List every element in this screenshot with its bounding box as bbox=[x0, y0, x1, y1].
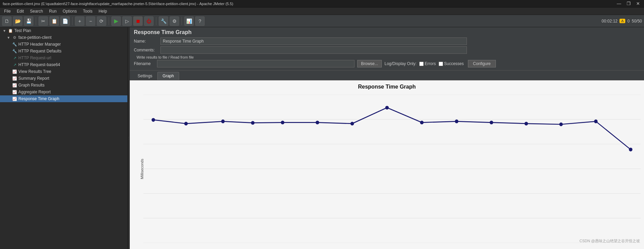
sidebar-item-6[interactable]: 📈View Results Tree bbox=[0, 68, 127, 75]
thread-count: 50/50 bbox=[632, 19, 642, 24]
sidebar: ▼📋Test Plan▼⚙face-petition-client🔧HTTP H… bbox=[0, 27, 128, 249]
successes-checkbox[interactable] bbox=[439, 62, 443, 66]
sidebar-item-8[interactable]: 📈Graph Results bbox=[0, 82, 127, 89]
copy-button[interactable]: 📋 bbox=[49, 16, 59, 26]
sep1 bbox=[36, 17, 36, 25]
name-input[interactable] bbox=[160, 37, 467, 45]
menubar: FileEditSearchRunOptionsToolsHelp bbox=[0, 7, 644, 15]
content-panel: Response Time Graph Name: Comments: Writ… bbox=[130, 27, 644, 249]
tabs: Settings Graph bbox=[130, 71, 644, 80]
remove-button[interactable]: − bbox=[86, 16, 95, 26]
comments-input[interactable] bbox=[160, 46, 467, 54]
svg-point-13 bbox=[152, 118, 155, 122]
minimize-button[interactable]: — bbox=[615, 1, 623, 6]
sidebar-label-10: Response Time Graph bbox=[18, 96, 59, 101]
sidebar-item-7[interactable]: 📈Summary Report bbox=[0, 75, 127, 82]
chart-area: Response Time Graph Milliseconds 6,400 bbox=[130, 80, 644, 249]
chart-icon-7: 📈 bbox=[12, 76, 17, 81]
svg-point-20 bbox=[385, 106, 389, 110]
menu-item-file[interactable]: File bbox=[1, 8, 13, 14]
sidebar-label-4: HTTP Request-url bbox=[18, 56, 51, 60]
warning-icon: ⚠ bbox=[619, 19, 625, 23]
help-button[interactable]: ? bbox=[195, 16, 205, 26]
browse-button[interactable]: Browse... bbox=[357, 60, 382, 67]
svg-point-23 bbox=[490, 121, 493, 124]
stop-button[interactable]: ⏹ bbox=[133, 16, 143, 26]
report-button[interactable]: 📊 bbox=[184, 16, 194, 26]
menu-item-edit[interactable]: Edit bbox=[14, 8, 27, 14]
log-display-label: Log/Display Only: bbox=[384, 61, 417, 66]
panel-title: Response Time Graph bbox=[134, 29, 640, 35]
sidebar-item-10[interactable]: 📈Response Time Graph bbox=[0, 95, 127, 102]
menu-item-tools[interactable]: Tools bbox=[80, 8, 95, 14]
remote-button[interactable]: 🔧 bbox=[159, 16, 168, 26]
save-button[interactable]: 💾 bbox=[24, 16, 33, 26]
sidebar-label-2: HTTP Header Manager bbox=[18, 42, 61, 47]
chart-icon-9: 📈 bbox=[12, 90, 17, 94]
wrench-icon-3: 🔧 bbox=[12, 49, 17, 53]
start-button[interactable]: ▶ bbox=[111, 16, 121, 26]
name-label: Name: bbox=[134, 39, 158, 44]
config-button[interactable]: ⚙ bbox=[170, 16, 179, 26]
tab-settings[interactable]: Settings bbox=[132, 72, 157, 80]
menu-item-search[interactable]: Search bbox=[27, 8, 46, 14]
paste-button[interactable]: 📄 bbox=[60, 16, 70, 26]
successes-label: Successes bbox=[444, 61, 464, 66]
chart-container: Milliseconds 6,400 5,600 4,800 bbox=[130, 91, 644, 246]
configure-button[interactable]: Configure bbox=[468, 60, 496, 67]
clear-button[interactable]: ⟳ bbox=[97, 16, 106, 26]
panel-header: Response Time Graph Name: Comments: Writ… bbox=[130, 27, 644, 71]
menu-item-options[interactable]: Options bbox=[60, 8, 79, 14]
testplan-icon-0: 📋 bbox=[8, 28, 13, 33]
log-display-row: Log/Display Only: Errors Successes Confi… bbox=[384, 60, 496, 67]
toolbar: 🗋 📂 💾 ✂ 📋 📄 + − ⟳ ▶ ▷ ⏹ ⏻ 🔧 ⚙ 📊 ? 00:02:… bbox=[0, 15, 644, 27]
sidebar-item-5[interactable]: ↗HTTP Request-base64 bbox=[0, 61, 127, 68]
svg-point-26 bbox=[594, 120, 597, 123]
sidebar-label-7: Summary Report bbox=[18, 76, 49, 81]
tab-graph[interactable]: Graph bbox=[157, 72, 179, 80]
sidebar-item-0[interactable]: ▼📋Test Plan bbox=[0, 27, 127, 34]
close-button[interactable]: ✕ bbox=[635, 1, 641, 6]
titlebar-controls: — ❐ ✕ bbox=[615, 1, 641, 6]
menu-item-run[interactable]: Run bbox=[46, 8, 59, 14]
sep5 bbox=[182, 17, 182, 25]
svg-point-21 bbox=[420, 121, 423, 124]
sidebar-item-3[interactable]: 🔧HTTP Request Defaults bbox=[0, 48, 127, 55]
filename-label: Filename bbox=[134, 61, 154, 66]
successes-checkbox-label[interactable]: Successes bbox=[439, 61, 464, 66]
svg-point-14 bbox=[184, 122, 188, 125]
filename-input[interactable] bbox=[157, 60, 355, 67]
maximize-button[interactable]: ❐ bbox=[625, 1, 632, 6]
sidebar-label-0: Test Plan bbox=[14, 28, 31, 33]
svg-point-27 bbox=[629, 148, 632, 152]
errors-checkbox[interactable] bbox=[419, 62, 424, 66]
sidebar-label-6: View Results Tree bbox=[18, 69, 51, 74]
name-row: Name: bbox=[134, 37, 640, 45]
sidebar-item-4[interactable]: ↗HTTP Request-url bbox=[0, 55, 127, 61]
sidebar-item-9[interactable]: 📈Aggregate Report bbox=[0, 89, 127, 95]
svg-point-25 bbox=[559, 123, 563, 126]
chart-title: Response Time Graph bbox=[130, 80, 644, 91]
add-button[interactable]: + bbox=[75, 16, 84, 26]
chart-svg: 6,400 5,600 4,800 4,000 3,200 2,400 bbox=[143, 95, 641, 243]
shutdown-button[interactable]: ⏻ bbox=[144, 16, 154, 26]
new-button[interactable]: 🗋 bbox=[2, 16, 12, 26]
svg-point-19 bbox=[350, 122, 354, 125]
open-button[interactable]: 📂 bbox=[13, 16, 22, 26]
svg-point-18 bbox=[316, 121, 319, 124]
svg-point-22 bbox=[455, 120, 458, 123]
chart-icon-10: 📈 bbox=[12, 96, 17, 101]
expand-arrow-1[interactable]: ▼ bbox=[7, 36, 10, 40]
titlebar: face-petition-client.jmx (E:\quadtalent\… bbox=[0, 0, 644, 7]
comments-label: Comments: bbox=[134, 48, 158, 52]
start-no-pause-button[interactable]: ▷ bbox=[122, 16, 132, 26]
cut-button[interactable]: ✂ bbox=[38, 16, 48, 26]
sidebar-item-2[interactable]: 🔧HTTP Header Manager bbox=[0, 41, 127, 48]
menu-item-help[interactable]: Help bbox=[96, 8, 110, 14]
expand-arrow-0[interactable]: ▼ bbox=[3, 29, 6, 33]
chart-icon-6: 📈 bbox=[12, 69, 17, 74]
sep4 bbox=[156, 17, 156, 25]
sep2 bbox=[72, 17, 73, 25]
errors-checkbox-label[interactable]: Errors bbox=[419, 61, 436, 66]
sidebar-item-1[interactable]: ▼⚙face-petition-client bbox=[0, 34, 127, 41]
